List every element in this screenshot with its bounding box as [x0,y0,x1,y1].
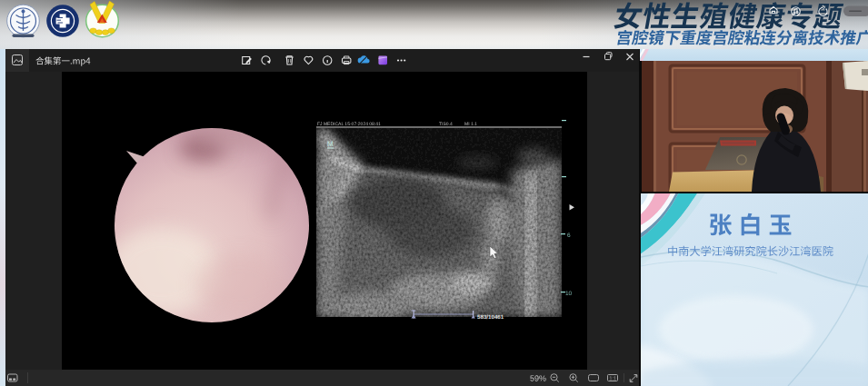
svg-text:M: M [327,140,334,148]
svg-text:10: 10 [565,291,573,297]
svg-text:6: 6 [567,233,571,239]
svg-text:583/10461: 583/10461 [477,314,504,321]
svg-text:FJ MEDICAL 15-07-2024 08:41: FJ MEDICAL 15-07-2024 08:41 [317,122,381,127]
svg-text:TIS0.4: TIS0.4 [439,122,453,127]
svg-text:MI 1.1: MI 1.1 [464,122,477,127]
